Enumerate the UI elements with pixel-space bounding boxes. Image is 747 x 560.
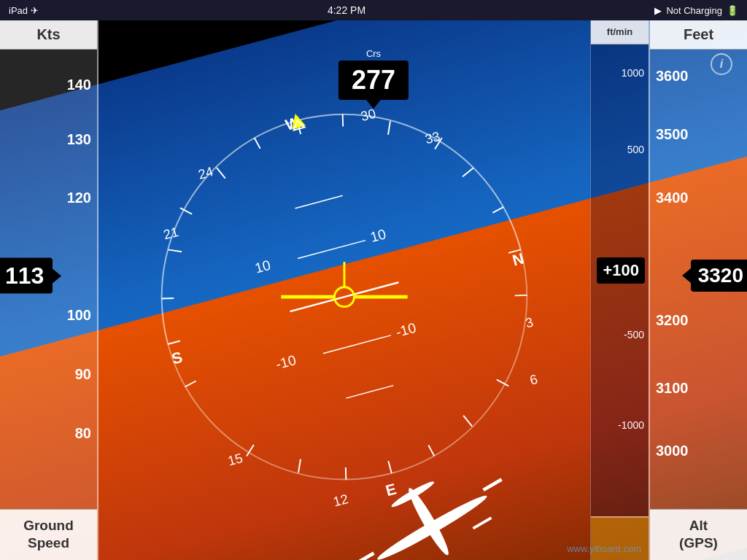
alt-gps-label: Alt(GPS) <box>650 509 747 560</box>
vs-unit: ft/min <box>591 20 649 44</box>
course-label: Crs <box>338 48 409 59</box>
alt-tick-3200: 3200 <box>650 312 747 329</box>
status-left: iPad ✈ <box>9 5 39 16</box>
speed-tick-140: 140 <box>0 77 97 93</box>
vs-tick-1000: 1000 <box>591 67 649 79</box>
speed-scale: 140 130 120 113 100 90 80 113 <box>0 50 97 502</box>
current-speed-indicator: 113 <box>0 258 53 294</box>
speed-tick-120: 120 <box>0 190 97 206</box>
vs-tick-neg500: -500 <box>591 329 649 341</box>
speed-unit: Kts <box>0 20 97 50</box>
watermark: www.yiboard.com <box>567 543 641 554</box>
info-icon: i <box>720 58 723 71</box>
status-right: ▶ Not Charging 🔋 <box>654 5 738 16</box>
status-bar: iPad ✈ 4:22 PM ▶ Not Charging 🔋 <box>0 0 747 20</box>
altitude-scale: 3600 3500 3400 3200 3100 3000 3320 <box>650 50 747 502</box>
flight-display: Crs 277 i 10 10 -10 -10 <box>0 20 747 560</box>
alt-tick-3000: 3000 <box>650 443 747 459</box>
charging-icon: ▶ <box>654 5 662 16</box>
vs-scale: 1000 500 -500 -1000 +100 <box>591 44 649 497</box>
course-value: 277 <box>338 61 409 100</box>
status-time: 4:22 PM <box>328 4 365 16</box>
course-indicator: Crs 277 <box>338 48 409 100</box>
speed-tick-100: 100 <box>0 307 97 324</box>
speed-tick-130: 130 <box>0 131 97 148</box>
alt-tick-3100: 3100 <box>650 380 747 397</box>
alt-tick-3600: 3600 <box>650 68 747 85</box>
vs-tick-500: 500 <box>591 144 649 155</box>
speed-tick-80: 80 <box>0 425 97 442</box>
alt-tick-3400: 3400 <box>650 190 747 206</box>
alt-tick-3500: 3500 <box>650 126 747 143</box>
current-altitude-indicator: 3320 <box>691 260 747 292</box>
battery-icon: 🔋 <box>727 5 738 16</box>
info-button[interactable]: i <box>711 53 732 75</box>
altitude-tape: Feet 3600 3500 3400 3200 3100 3000 3320 <box>649 20 747 560</box>
vertical-speed-tape: ft/min 1000 500 -500 -1000 +100 <box>590 20 649 560</box>
ground-speed-label: GroundSpeed <box>0 509 97 560</box>
vs-tick-neg1000: -1000 <box>591 419 649 431</box>
altitude-unit: Feet <box>650 20 747 50</box>
ipad-label: iPad ✈ <box>9 5 39 16</box>
speed-tick-90: 90 <box>0 366 97 383</box>
speed-tape: Kts 140 130 120 113 100 90 80 <box>0 20 98 560</box>
charging-label: Not Charging <box>666 5 722 16</box>
current-vs-indicator: +100 <box>597 257 645 284</box>
